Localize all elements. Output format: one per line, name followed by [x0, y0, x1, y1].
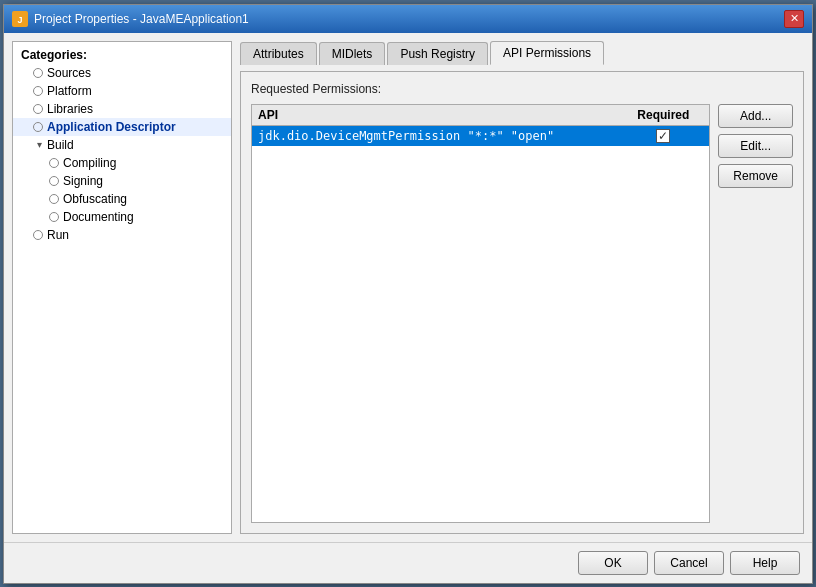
- main-area: API Required jdk.dio.DeviceMgmtPermissio…: [251, 104, 793, 523]
- title-bar: J Project Properties - JavaMEApplication…: [4, 5, 812, 33]
- sidebar-item-platform[interactable]: Platform: [13, 82, 231, 100]
- right-panel: Attributes MIDlets Push Registry API Per…: [240, 41, 804, 534]
- dot-icon: [49, 158, 59, 168]
- tab-content: Requested Permissions: API Required jdk.…: [240, 71, 804, 534]
- window-title: Project Properties - JavaMEApplication1: [34, 12, 249, 26]
- col-api-header: API: [258, 108, 623, 122]
- remove-button[interactable]: Remove: [718, 164, 793, 188]
- categories-header: Categories:: [13, 46, 231, 64]
- app-icon: J: [12, 11, 28, 27]
- permissions-table: API Required jdk.dio.DeviceMgmtPermissio…: [251, 104, 710, 523]
- sidebar-item-label: Sources: [47, 66, 91, 80]
- add-button[interactable]: Add...: [718, 104, 793, 128]
- sidebar-item-label: Signing: [63, 174, 103, 188]
- sidebar-item-obfuscating[interactable]: Obfuscating: [13, 190, 231, 208]
- row-required-value: [623, 129, 703, 143]
- help-button[interactable]: Help: [730, 551, 800, 575]
- ok-button[interactable]: OK: [578, 551, 648, 575]
- collapse-icon: ▾: [33, 139, 45, 151]
- dot-icon: [49, 176, 59, 186]
- categories-panel: Categories: Sources Platform Libraries A…: [12, 41, 232, 534]
- sidebar-item-label: Platform: [47, 84, 92, 98]
- sidebar-item-signing[interactable]: Signing: [13, 172, 231, 190]
- table-row[interactable]: jdk.dio.DeviceMgmtPermission "*:*" "open…: [252, 126, 709, 146]
- tab-push-registry[interactable]: Push Registry: [387, 42, 488, 65]
- dot-icon: [49, 212, 59, 222]
- dialog-footer: OK Cancel Help: [4, 542, 812, 583]
- section-label: Requested Permissions:: [251, 82, 793, 96]
- dot-icon: [33, 86, 43, 96]
- sidebar-item-label: Documenting: [63, 210, 134, 224]
- dot-icon: [33, 230, 43, 240]
- sidebar-item-label: Obfuscating: [63, 192, 127, 206]
- cancel-button[interactable]: Cancel: [654, 551, 724, 575]
- sidebar-item-label: Compiling: [63, 156, 116, 170]
- sidebar-item-sources[interactable]: Sources: [13, 64, 231, 82]
- svg-text:J: J: [17, 15, 22, 25]
- tab-bar: Attributes MIDlets Push Registry API Per…: [240, 41, 804, 65]
- sidebar-item-build[interactable]: ▾ Build: [13, 136, 231, 154]
- dialog-body: Categories: Sources Platform Libraries A…: [4, 33, 812, 542]
- sidebar-item-run[interactable]: Run: [13, 226, 231, 244]
- tab-attributes[interactable]: Attributes: [240, 42, 317, 65]
- close-button[interactable]: ✕: [784, 10, 804, 28]
- dot-icon: [49, 194, 59, 204]
- edit-button[interactable]: Edit...: [718, 134, 793, 158]
- project-properties-dialog: J Project Properties - JavaMEApplication…: [3, 4, 813, 584]
- sidebar-item-libraries[interactable]: Libraries: [13, 100, 231, 118]
- dot-icon: [33, 122, 43, 132]
- sidebar-item-label: Libraries: [47, 102, 93, 116]
- sidebar-item-compiling[interactable]: Compiling: [13, 154, 231, 172]
- sidebar-item-label: Run: [47, 228, 69, 242]
- sidebar-item-label: Build: [47, 138, 74, 152]
- sidebar-item-application-descriptor[interactable]: Application Descriptor: [13, 118, 231, 136]
- tab-midlets[interactable]: MIDlets: [319, 42, 386, 65]
- required-checkbox[interactable]: [656, 129, 670, 143]
- tab-api-permissions[interactable]: API Permissions: [490, 41, 604, 65]
- sidebar-item-label: Application Descriptor: [47, 120, 176, 134]
- title-bar-left: J Project Properties - JavaMEApplication…: [12, 11, 249, 27]
- row-api-value: jdk.dio.DeviceMgmtPermission "*:*" "open…: [258, 129, 623, 143]
- dot-icon: [33, 104, 43, 114]
- action-buttons: Add... Edit... Remove: [718, 104, 793, 523]
- sidebar-item-documenting[interactable]: Documenting: [13, 208, 231, 226]
- col-required-header: Required: [623, 108, 703, 122]
- table-header: API Required: [252, 105, 709, 126]
- dot-icon: [33, 68, 43, 78]
